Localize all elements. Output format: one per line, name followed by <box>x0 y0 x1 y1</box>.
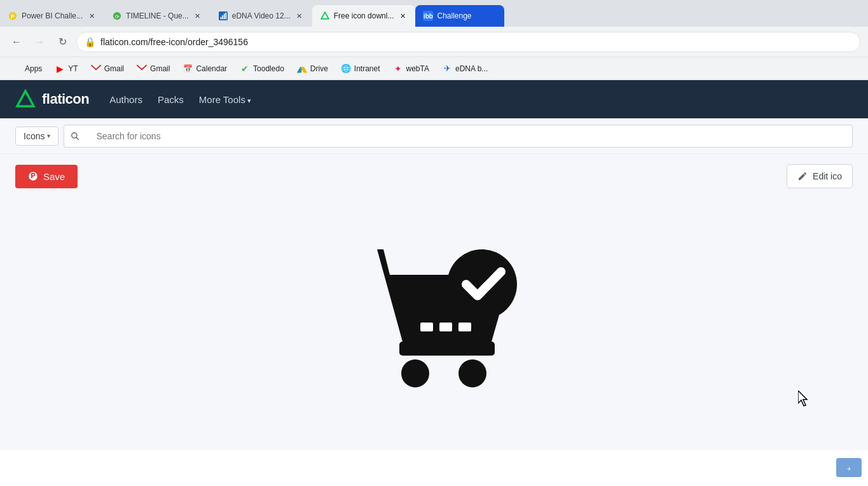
bookmark-edna[interactable]: ✈ eDNA b... <box>437 61 493 76</box>
search-icon <box>71 132 79 141</box>
bookmark-yt-label: YT <box>68 64 78 73</box>
address-bar[interactable]: 🔒 flaticon.com/free-icon/order_3496156 <box>76 32 860 52</box>
save-button-label: Save <box>43 171 65 182</box>
powerbi-favicon: P <box>8 11 18 21</box>
browser-chrome: P Power BI Challe... ✕ ⟳ TIMELINE - Que.… <box>0 0 868 80</box>
tab-challenge-label: Challenge <box>437 11 497 20</box>
svg-text:✈: ✈ <box>847 466 851 472</box>
bookmark-toodledo-label: Toodledo <box>253 64 284 73</box>
reload-button[interactable]: ↻ <box>53 33 71 51</box>
bookmark-intranet-label: Intranet <box>354 64 380 73</box>
bookmark-apps[interactable]: Apps <box>8 62 47 76</box>
icon-display-area <box>15 198 853 440</box>
order-cart-icon <box>345 224 523 415</box>
svg-rect-26 <box>439 323 452 331</box>
tab-flaticon-close[interactable]: ✕ <box>397 11 408 21</box>
bookmark-webta-label: webTA <box>406 64 429 73</box>
address-url: flaticon.com/free-icon/order_3496156 <box>100 37 248 47</box>
flaticon-logo-icon <box>15 89 36 109</box>
tab-flaticon-label: Free icon downl... <box>334 11 394 20</box>
bookmark-gmail2[interactable]: Gmail <box>132 61 175 76</box>
bookmark-drive[interactable]: Drive <box>292 61 333 76</box>
tab-flaticon[interactable]: Free icon downl... ✕ <box>312 5 416 27</box>
bookmark-intranet[interactable]: 🌐 Intranet <box>336 61 385 76</box>
edit-button-label: Edit ico <box>813 171 842 181</box>
edit-pencil-icon <box>797 171 808 181</box>
drive-icon <box>297 64 307 74</box>
tab-timeline[interactable]: ⟳ TIMELINE - Que... ✕ <box>104 5 210 27</box>
webta-icon: ✦ <box>393 64 403 74</box>
svg-line-19 <box>76 137 79 139</box>
svg-rect-7 <box>224 14 225 20</box>
tab-timeline-label: TIMELINE - Que... <box>126 11 189 20</box>
svg-point-23 <box>401 359 429 387</box>
bookmark-calendar[interactable]: 📅 Calendar <box>177 61 232 76</box>
apps-grid-icon <box>13 64 22 73</box>
youtube-icon: ▶ <box>55 64 65 74</box>
svg-rect-5 <box>220 17 221 20</box>
svg-rect-27 <box>458 323 471 331</box>
tab-powerbi[interactable]: P Power BI Challe... ✕ <box>0 5 104 27</box>
bookmark-webta[interactable]: ✦ webTA <box>388 61 434 76</box>
bookmark-drive-label: Drive <box>310 64 328 73</box>
calendar-icon: 📅 <box>183 64 193 74</box>
bookmark-gmail-label: Gmail <box>104 64 124 73</box>
svg-rect-25 <box>420 323 433 331</box>
flaticon-logo-text: flaticon <box>42 91 89 108</box>
lock-icon: 🔒 <box>85 37 95 47</box>
forward-button[interactable]: → <box>31 33 48 51</box>
tab-edna-label: eDNA Video 12... <box>232 11 291 20</box>
nav-link-packs[interactable]: Packs <box>158 94 184 105</box>
intranet-icon: 🌐 <box>341 64 351 74</box>
tab-bar: P Power BI Challe... ✕ ⟳ TIMELINE - Que.… <box>0 0 868 27</box>
timeline-favicon: ⟳ <box>112 11 122 21</box>
tab-edna[interactable]: eDNA Video 12... ✕ <box>210 5 312 27</box>
toodledo-icon: ✔ <box>240 64 250 74</box>
search-input-wrap <box>64 125 853 148</box>
search-type-button[interactable]: Icons <box>15 127 59 146</box>
back-button[interactable]: ← <box>8 33 25 51</box>
tab-edna-close[interactable]: ✕ <box>294 11 305 21</box>
bookmark-gmail[interactable]: Gmail <box>86 61 129 76</box>
svg-text:P: P <box>31 172 35 179</box>
flaticon-logo[interactable]: flaticon <box>15 89 89 109</box>
flaticon-favicon <box>320 11 330 21</box>
svg-marker-17 <box>17 91 34 106</box>
search-icon-wrap <box>64 125 86 148</box>
svg-point-24 <box>458 359 486 387</box>
subscribe-badge: ✈ <box>836 458 862 480</box>
svg-rect-8 <box>225 13 226 20</box>
ibb-favicon: ibb <box>423 11 433 21</box>
cart-icon <box>345 224 523 415</box>
svg-rect-22 <box>399 342 495 356</box>
flaticon-nav-links: Authors Packs More Tools <box>109 94 251 105</box>
bookmark-yt[interactable]: ▶ YT <box>50 61 83 76</box>
svg-text:P: P <box>11 13 15 20</box>
nav-bar: ← → ↻ 🔒 flaticon.com/free-icon/order_349… <box>0 27 868 57</box>
subscribe-icon: ✈ <box>836 458 862 477</box>
flaticon-navbar: flaticon Authors Packs More Tools <box>0 80 868 118</box>
search-type-label: Icons <box>24 131 45 141</box>
tab-powerbi-label: Power BI Challe... <box>22 11 83 20</box>
nav-link-more-tools[interactable]: More Tools <box>199 94 251 105</box>
bookmark-edna-label: eDNA b... <box>455 64 488 73</box>
tab-timeline-close[interactable]: ✕ <box>193 11 203 21</box>
edit-icon-button[interactable]: Edit ico <box>787 164 853 188</box>
svg-text:⟳: ⟳ <box>115 14 120 20</box>
search-input[interactable] <box>86 125 853 148</box>
edna-favicon <box>218 11 228 21</box>
svg-point-18 <box>72 132 77 137</box>
bookmark-apps-label: Apps <box>25 64 42 73</box>
svg-point-29 <box>450 253 514 316</box>
bookmark-toodledo[interactable]: ✔ Toodledo <box>235 61 289 76</box>
tab-powerbi-close[interactable]: ✕ <box>86 11 97 21</box>
bookmarks-bar: Apps ▶ YT Gmail Gmail <box>0 57 868 80</box>
nav-link-authors[interactable]: Authors <box>109 94 142 105</box>
svg-marker-9 <box>321 12 329 19</box>
save-button[interactable]: P Save <box>15 165 78 188</box>
search-bar-area: Icons <box>0 118 868 154</box>
tab-challenge[interactable]: ibb Challenge <box>415 5 504 27</box>
main-content: P Save Edit ico <box>0 154 868 450</box>
gmail-icon <box>91 64 101 74</box>
pinterest-icon: P <box>28 171 38 181</box>
